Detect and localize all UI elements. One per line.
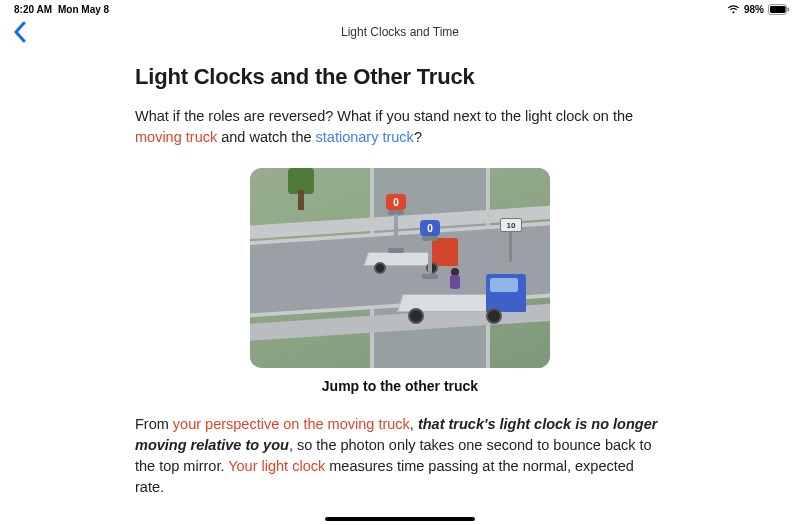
badge-blue: 0 (420, 220, 440, 236)
p2-your-clock: Your light clock (228, 458, 325, 474)
p1-a: What if the roles are reversed? What if … (135, 108, 633, 124)
content: Light Clocks and the Other Truck What if… (135, 48, 665, 498)
truck-blue (400, 270, 550, 328)
nav-title: Light Clocks and Time (0, 25, 800, 39)
person (448, 268, 462, 294)
body-paragraph: From your perspective on the moving truc… (135, 414, 665, 498)
status-date: Mon May 8 (58, 4, 109, 15)
p1-e: ? (414, 129, 422, 145)
status-left: 8:20 AM Mon May 8 (14, 4, 109, 15)
p2-c: , (410, 416, 418, 432)
sign-value: 10 (500, 218, 522, 232)
page-title: Light Clocks and the Other Truck (135, 64, 665, 90)
tree (288, 168, 314, 208)
p1-stationary-truck: stationary truck (316, 129, 414, 145)
status-time: 8:20 AM (14, 4, 52, 15)
chevron-left-icon (12, 21, 28, 43)
badge-red: 0 (386, 194, 406, 210)
speed-sign: 10 (500, 218, 522, 262)
battery-icon (768, 4, 790, 15)
wifi-icon (727, 4, 740, 14)
status-bar: 8:20 AM Mon May 8 98% (0, 0, 800, 16)
battery-percent: 98% (744, 4, 764, 15)
svg-rect-1 (770, 6, 786, 13)
p1-c: and watch the (217, 129, 315, 145)
p2-a: From (135, 416, 173, 432)
p1-moving-truck: moving truck (135, 129, 217, 145)
back-button[interactable] (6, 18, 34, 46)
status-right: 98% (727, 4, 790, 15)
p2-perspective: your perspective on the moving truck (173, 416, 410, 432)
svg-rect-2 (788, 7, 790, 11)
illustration[interactable]: 10 0 0 (250, 168, 550, 368)
figure: 10 0 0 Jump to the other truck (250, 168, 550, 394)
figure-caption: Jump to the other truck (250, 378, 550, 394)
home-indicator[interactable] (325, 517, 475, 521)
intro-paragraph: What if the roles are reversed? What if … (135, 106, 665, 148)
nav-bar: Light Clocks and Time (0, 16, 800, 48)
